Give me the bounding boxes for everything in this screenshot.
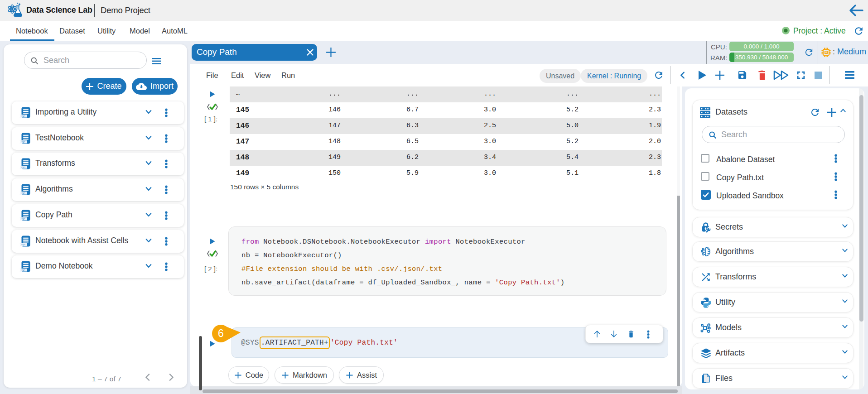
svg-text:6: 6 [218,327,224,339]
